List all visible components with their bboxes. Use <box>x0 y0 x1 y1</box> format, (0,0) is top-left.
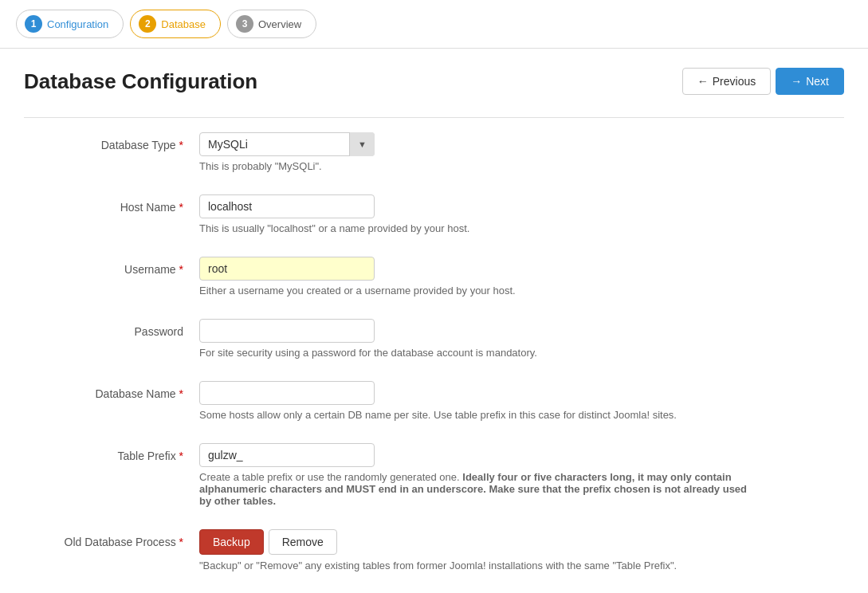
db-type-row: Database Type * MySQLi MySQL PostgreSQL … <box>24 121 844 183</box>
step-2-database[interactable]: 2 Database <box>130 10 221 38</box>
table-prefix-help: Create a table prefix or use the randoml… <box>199 471 757 507</box>
backup-button[interactable]: Backup <box>199 529 264 555</box>
password-row: Password For site security using a passw… <box>24 308 844 370</box>
db-type-select-wrapper: MySQLi MySQL PostgreSQL SQLite SQLSrv ▼ <box>199 132 375 156</box>
step-3-label: Overview <box>258 18 301 30</box>
database-name-label: Database Name * <box>95 387 183 400</box>
username-required: * <box>179 263 183 276</box>
database-name-input[interactable] <box>199 381 375 405</box>
process-buttons: Backup Remove <box>199 529 844 555</box>
password-help: For site security using a password for t… <box>199 347 741 359</box>
step-3-badge: 3 <box>236 15 253 33</box>
previous-label: Previous <box>713 75 756 88</box>
table-prefix-input[interactable] <box>199 443 375 467</box>
db-type-select[interactable]: MySQLi MySQL PostgreSQL SQLite SQLSrv <box>199 132 375 156</box>
remove-button[interactable]: Remove <box>269 529 337 555</box>
old-db-process-row: Old Database Process * Backup Remove "Ba… <box>24 518 844 583</box>
table-prefix-help-start: Create a table prefix or use the randoml… <box>199 471 462 483</box>
step-1-label: Configuration <box>47 18 108 30</box>
username-input[interactable] <box>199 257 375 281</box>
step-1-badge: 1 <box>25 15 42 33</box>
old-db-process-required: * <box>179 536 183 548</box>
username-label: Username * <box>124 263 183 276</box>
header-divider <box>24 117 844 118</box>
password-input[interactable] <box>199 319 375 343</box>
next-button[interactable]: → Next <box>776 68 844 95</box>
db-type-label: Database Type * <box>101 139 183 151</box>
page-header: Database Configuration ← Previous → Next <box>24 68 844 95</box>
steps-navigation: 1 Configuration 2 Database 3 Overview <box>0 0 868 49</box>
step-3-overview[interactable]: 3 Overview <box>227 10 316 38</box>
database-name-row: Database Name * Some hosts allow only a … <box>24 370 844 432</box>
database-name-help: Some hosts allow only a certain DB name … <box>199 409 741 421</box>
table-prefix-row: Table Prefix * Create a table prefix or … <box>24 432 844 518</box>
host-name-required: * <box>179 201 183 214</box>
previous-button[interactable]: ← Previous <box>682 68 771 95</box>
next-label: Next <box>806 75 829 88</box>
page-title: Database Configuration <box>24 69 257 94</box>
arrow-left-icon: ← <box>697 75 709 88</box>
database-name-required: * <box>179 387 183 400</box>
username-row: Username * Either a username you created… <box>24 245 844 308</box>
step-2-badge: 2 <box>139 15 156 33</box>
db-type-help: This is probably "MySQLi". <box>199 160 741 172</box>
table-prefix-label: Table Prefix * <box>118 450 184 462</box>
arrow-right-icon: → <box>791 75 802 88</box>
step-1-configuration[interactable]: 1 Configuration <box>16 10 124 38</box>
host-name-input[interactable] <box>199 194 375 218</box>
database-config-form: Database Type * MySQLi MySQL PostgreSQL … <box>24 121 844 583</box>
old-db-process-label: Old Database Process * <box>65 536 183 548</box>
step-2-label: Database <box>161 18 206 30</box>
old-db-process-help: "Backup" or "Remove" any existing tables… <box>199 560 741 571</box>
host-name-row: Host Name * This is usually "localhost" … <box>24 183 844 245</box>
password-label: Password <box>135 325 183 338</box>
db-type-required: * <box>179 139 183 151</box>
header-buttons: ← Previous → Next <box>682 68 844 95</box>
username-help: Either a username you created or a usern… <box>199 285 741 296</box>
table-prefix-required: * <box>179 450 183 462</box>
host-name-help: This is usually "localhost" or a name pr… <box>199 222 741 234</box>
host-name-label: Host Name * <box>120 201 183 214</box>
